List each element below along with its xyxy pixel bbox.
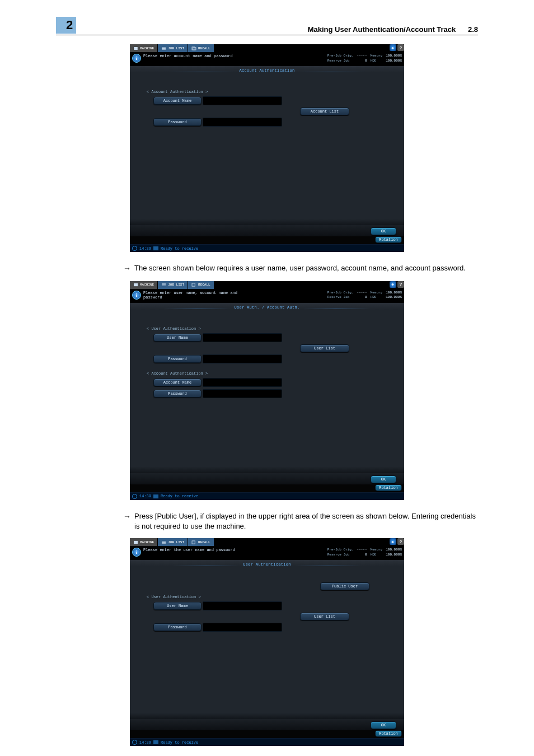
svg-rect-6 bbox=[134, 283, 138, 286]
user-name-input[interactable] bbox=[203, 333, 282, 342]
account-list-button[interactable]: Account List bbox=[300, 108, 349, 115]
recall-icon bbox=[191, 46, 196, 50]
ok-button[interactable]: OK bbox=[371, 475, 396, 483]
help-icon[interactable]: ✚ bbox=[390, 281, 396, 288]
paragraph-2: → Press [Public User], if displayed in t… bbox=[123, 511, 478, 531]
paragraph-1: → The screen shown below requires a user… bbox=[123, 263, 478, 274]
page-header: 2 Making User Authentication/Account Tra… bbox=[56, 17, 478, 35]
password-input[interactable] bbox=[203, 118, 282, 127]
machine-icon bbox=[133, 46, 138, 50]
printer-icon bbox=[153, 740, 158, 744]
account-name-input[interactable] bbox=[203, 96, 282, 105]
public-user-button[interactable]: Public User bbox=[320, 582, 369, 590]
svg-rect-15 bbox=[192, 540, 195, 543]
info-message: Please enter account name and password bbox=[143, 54, 233, 58]
clock-icon bbox=[132, 494, 137, 499]
svg-rect-10 bbox=[192, 283, 195, 286]
password-button[interactable]: Password bbox=[153, 623, 202, 631]
printer-icon bbox=[153, 494, 158, 498]
status-table: Pre-Job Orig.----- Memory100.000% Reserv… bbox=[327, 54, 402, 63]
screenshot-user-auth-public: MACHINE JOB LIST RECALL ✚ ? i Please ent… bbox=[130, 538, 404, 746]
info-icon: i bbox=[132, 548, 141, 557]
help-icon[interactable]: ✚ bbox=[390, 538, 396, 545]
section-account-auth: < Account Authentication > bbox=[147, 371, 395, 376]
tab-recall[interactable]: RECALL bbox=[188, 538, 214, 546]
status-message: Ready to receive bbox=[161, 740, 198, 745]
password-button[interactable]: Password bbox=[153, 390, 202, 398]
account-password-input[interactable] bbox=[203, 389, 282, 398]
password-input[interactable] bbox=[203, 354, 282, 363]
account-name-input[interactable] bbox=[203, 378, 282, 387]
user-list-button[interactable]: User List bbox=[300, 344, 349, 352]
svg-rect-11 bbox=[134, 540, 138, 543]
status-time: 14:39 bbox=[139, 740, 151, 745]
info-message: Please enter the user name and password bbox=[143, 548, 235, 552]
status-time: 14:39 bbox=[139, 494, 151, 498]
screenshot-user-account-auth: MACHINE JOB LIST RECALL ✚ ? i Please ent… bbox=[130, 281, 404, 500]
user-name-input[interactable] bbox=[203, 601, 282, 610]
recall-icon bbox=[191, 540, 196, 544]
screenshot-account-auth: MACHINE JOB LIST RECALL ✚ ? i Please e bbox=[130, 44, 404, 252]
ok-button[interactable]: OK bbox=[371, 227, 396, 235]
tab-job-list[interactable]: JOB LIST bbox=[158, 44, 188, 52]
panel-header: User Authentication bbox=[243, 562, 291, 567]
printer-icon bbox=[153, 246, 158, 250]
status-message: Ready to receive bbox=[161, 494, 198, 498]
info-icon: i bbox=[132, 291, 141, 300]
panel-header: Account Authentication bbox=[239, 68, 294, 73]
tab-machine[interactable]: MACHINE bbox=[130, 538, 158, 546]
user-list-button[interactable]: User List bbox=[300, 613, 349, 620]
clock-icon bbox=[132, 740, 137, 745]
status-table: Pre-Job Orig.----- Memory100.000% Reserv… bbox=[327, 291, 402, 300]
account-name-button[interactable]: Account Name bbox=[153, 97, 202, 105]
tab-recall[interactable]: RECALL bbox=[188, 281, 214, 289]
info-icon: i bbox=[132, 54, 141, 63]
section-user-auth: < User Authentication > bbox=[147, 595, 395, 599]
tab-job-list[interactable]: JOB LIST bbox=[158, 538, 188, 546]
password-input[interactable] bbox=[203, 623, 282, 632]
tab-machine[interactable]: MACHINE bbox=[130, 44, 158, 52]
svg-rect-5 bbox=[193, 47, 196, 49]
list-icon bbox=[161, 540, 166, 544]
list-icon bbox=[161, 283, 166, 287]
arrow-icon: → bbox=[123, 263, 134, 274]
status-message: Ready to receive bbox=[161, 246, 198, 251]
arrow-icon: → bbox=[123, 511, 134, 531]
user-name-button[interactable]: User Name bbox=[153, 602, 202, 610]
clock-icon bbox=[132, 246, 137, 251]
password-button[interactable]: Password bbox=[153, 355, 202, 363]
recall-icon bbox=[191, 283, 196, 287]
help-icon[interactable]: ✚ bbox=[390, 44, 396, 51]
status-time: 14:39 bbox=[139, 246, 151, 251]
panel-header: User Auth. / Account Auth. bbox=[234, 305, 299, 310]
user-name-button[interactable]: User Name bbox=[153, 334, 202, 342]
rotation-button[interactable]: Rotation bbox=[375, 236, 402, 243]
section-account-auth: < Account Authentication > bbox=[147, 90, 395, 94]
header-title: Making User Authentication/Account Track… bbox=[308, 25, 478, 34]
password-button[interactable]: Password bbox=[153, 118, 202, 126]
tab-recall[interactable]: RECALL bbox=[188, 44, 214, 52]
rotation-button[interactable]: Rotation bbox=[375, 484, 402, 491]
question-icon[interactable]: ? bbox=[397, 281, 404, 288]
list-icon bbox=[161, 46, 166, 50]
section-user-auth: < User Authentication > bbox=[147, 326, 395, 331]
machine-icon bbox=[133, 540, 138, 544]
info-message: Please enter user name, account name and… bbox=[143, 291, 244, 300]
status-table: Pre-Job Orig.----- Memory100.000% Reserv… bbox=[327, 548, 402, 557]
machine-icon bbox=[133, 283, 138, 287]
rotation-button[interactable]: Rotation bbox=[375, 730, 402, 737]
ok-button[interactable]: OK bbox=[371, 721, 396, 729]
chapter-number: 2 bbox=[56, 17, 76, 34]
svg-rect-0 bbox=[134, 46, 138, 49]
account-name-button[interactable]: Account Name bbox=[153, 379, 202, 386]
question-icon[interactable]: ? bbox=[397, 44, 404, 51]
question-icon[interactable]: ? bbox=[397, 538, 404, 545]
tab-machine[interactable]: MACHINE bbox=[130, 281, 158, 289]
tab-job-list[interactable]: JOB LIST bbox=[158, 281, 188, 289]
